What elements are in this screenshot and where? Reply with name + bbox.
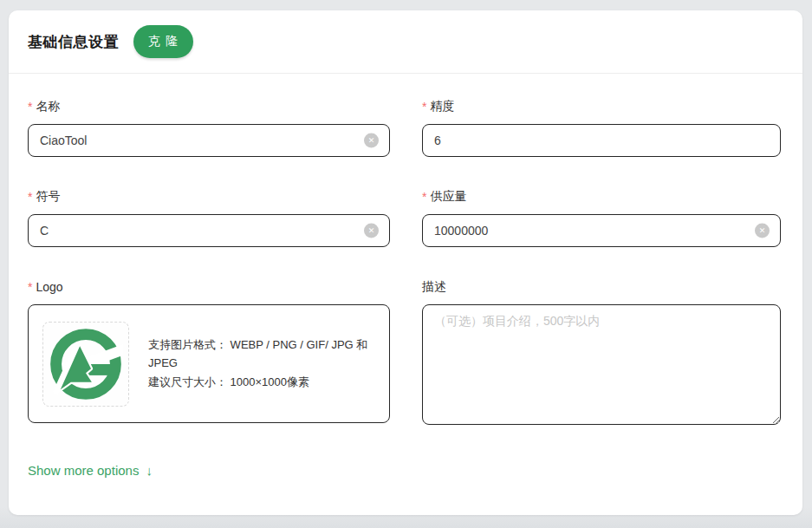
- field-symbol-label: * 符号: [28, 188, 390, 205]
- card-header: 基础信息设置 克 隆: [9, 10, 802, 74]
- logo-hints: 支持图片格式： WEBP / PNG / GIF/ JPG 和 JPEG 建议尺…: [148, 336, 375, 392]
- required-asterisk: *: [422, 100, 426, 114]
- name-input[interactable]: [28, 124, 390, 157]
- show-more-options-link[interactable]: Show more options ↓: [28, 463, 153, 478]
- clone-button-label: 克 隆: [148, 34, 179, 49]
- clear-icon[interactable]: ✕: [364, 224, 379, 238]
- precision-input[interactable]: [422, 124, 781, 157]
- description-textarea[interactable]: [422, 304, 781, 425]
- symbol-input[interactable]: [28, 214, 390, 247]
- logo-size-hint: 建议尺寸大小： 1000×1000像素: [148, 373, 375, 391]
- field-precision: * 精度: [422, 98, 781, 157]
- supply-input[interactable]: [422, 214, 781, 247]
- field-precision-label: * 精度: [422, 98, 781, 115]
- token-logo-icon: [49, 327, 123, 401]
- clear-icon[interactable]: ✕: [755, 224, 770, 238]
- basic-info-card: 基础信息设置 克 隆 * 名称 ✕ * 精度: [9, 10, 802, 515]
- form-grid: * 名称 ✕ * 精度 * 符号: [9, 74, 802, 428]
- clone-button[interactable]: 克 隆: [133, 25, 193, 58]
- required-asterisk: *: [28, 280, 32, 294]
- field-logo-label: * Logo: [28, 278, 390, 296]
- field-name: * 名称 ✕: [28, 98, 390, 157]
- field-description-label: 描述: [422, 278, 781, 296]
- logo-format-hint: 支持图片格式： WEBP / PNG / GIF/ JPG 和 JPEG: [148, 336, 375, 372]
- clear-icon[interactable]: ✕: [364, 134, 379, 148]
- page-title: 基础信息设置: [28, 32, 119, 52]
- field-description: 描述: [422, 278, 781, 428]
- show-more-label: Show more options: [28, 463, 139, 478]
- required-asterisk: *: [422, 190, 426, 204]
- field-logo: * Logo 支持图片格式： WEBP / PNG / GIF/ JPG 和 J…: [28, 278, 390, 428]
- required-asterisk: *: [28, 100, 32, 114]
- logo-upload-thumbnail[interactable]: [42, 322, 129, 407]
- field-supply-label: * 供应量: [422, 188, 781, 205]
- logo-upload-box: 支持图片格式： WEBP / PNG / GIF/ JPG 和 JPEG 建议尺…: [28, 304, 390, 423]
- arrow-down-icon: ↓: [146, 463, 153, 478]
- field-symbol: * 符号 ✕: [28, 188, 390, 247]
- field-supply: * 供应量 ✕: [422, 188, 781, 247]
- required-asterisk: *: [28, 190, 32, 204]
- field-name-label: * 名称: [28, 98, 390, 115]
